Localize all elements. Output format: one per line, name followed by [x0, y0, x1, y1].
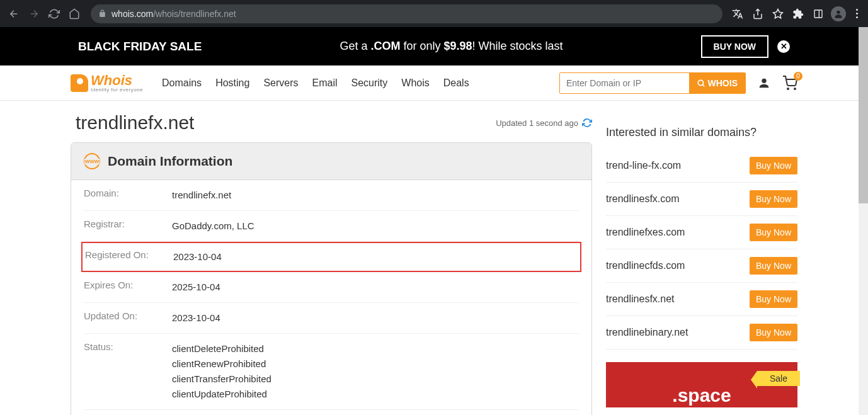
svg-point-4 — [762, 78, 766, 82]
info-label: Updated On: — [84, 310, 172, 326]
similar-item: trendlinebinary.netBuy Now — [606, 316, 797, 350]
svg-point-2 — [837, 10, 840, 13]
info-value: clientDeleteProhibitedclientRenewProhibi… — [172, 341, 271, 402]
reload-button[interactable] — [45, 5, 63, 23]
similar-domain: trendlinebinary.net — [606, 327, 688, 338]
banner-close-icon[interactable]: ✕ — [777, 40, 790, 53]
nav-menu: DomainsHostingServersEmailSecurityWhoisD… — [162, 77, 469, 89]
promo-banner: BLACK FRIDAY SALE Get a .COM for only $9… — [0, 27, 868, 65]
account-icon[interactable] — [757, 76, 771, 90]
cart-button[interactable]: 0 — [782, 76, 797, 91]
svg-point-6 — [794, 88, 796, 89]
logo-text: Whois — [91, 74, 143, 88]
similar-item: trendlinesfx.comBuy Now — [606, 183, 797, 216]
similar-item: trend-line-fx.comBuy Now — [606, 149, 797, 183]
share-icon[interactable] — [750, 6, 765, 21]
url-text: whois.com/whois/trendlinefx.net — [111, 9, 236, 19]
banner-buy-button[interactable]: BUY NOW — [701, 35, 768, 58]
info-row: Status:clientDeleteProhibitedclientRenew… — [84, 334, 579, 410]
lock-icon — [98, 9, 106, 18]
nav-item-servers[interactable]: Servers — [263, 77, 298, 89]
forward-button[interactable] — [25, 5, 43, 23]
info-row: Registrar:GoDaddy.com, LLC — [84, 211, 579, 242]
similar-item: trendlinecfds.comBuy Now — [606, 249, 797, 283]
logo-icon — [71, 74, 88, 92]
similar-item: trendlinefxes.comBuy Now — [606, 216, 797, 249]
info-label: Registrar: — [84, 219, 172, 234]
address-bar[interactable]: whois.com/whois/trendlinefx.net — [91, 4, 722, 23]
info-value: trendlinefx.net — [172, 188, 231, 203]
promo-ad[interactable]: Sale .space — [606, 362, 797, 407]
svg-point-3 — [698, 80, 703, 85]
similar-buy-button[interactable]: Buy Now — [750, 190, 797, 208]
similar-buy-button[interactable]: Buy Now — [750, 324, 797, 341]
home-button[interactable] — [66, 5, 83, 23]
svg-point-5 — [787, 88, 789, 89]
similar-domain: trendlinesfx.net — [606, 293, 675, 305]
card-title: Domain Information — [108, 154, 232, 169]
www-icon: WWW — [84, 153, 100, 169]
info-value: GoDaddy.com, LLC — [172, 219, 254, 234]
banner-title: BLACK FRIDAY SALE — [78, 40, 202, 54]
promo-text: .space — [672, 385, 731, 407]
similar-domain: trendlinesfx.com — [606, 193, 680, 205]
refresh-icon[interactable] — [582, 118, 592, 128]
similar-buy-button[interactable]: Buy Now — [750, 224, 797, 241]
nav-item-hosting[interactable]: Hosting — [215, 77, 249, 89]
domain-info-card: WWW Domain Information Domain:trendlinef… — [71, 142, 592, 415]
site-header: Whois Identity for everyone DomainsHosti… — [0, 65, 868, 101]
info-label: Expires On: — [84, 280, 172, 295]
search-input[interactable] — [560, 73, 689, 93]
info-value: 2023-10-04 — [173, 249, 222, 264]
browser-toolbar: whois.com/whois/trendlinefx.net — [0, 0, 868, 27]
similar-buy-button[interactable]: Buy Now — [750, 290, 797, 308]
info-row: Domain:trendlinefx.net — [84, 180, 579, 211]
nav-item-domains[interactable]: Domains — [162, 77, 202, 89]
banner-text: Get a .COM for only $9.98! While stocks … — [340, 40, 562, 53]
updated-text: Updated 1 second ago — [496, 118, 592, 128]
info-value: 2023-10-04 — [172, 310, 220, 326]
similar-item: trendlinesfx.netBuy Now — [606, 283, 797, 316]
logo-subtext: Identity for everyone — [91, 88, 143, 93]
info-row: Expires On:2025-10-04 — [84, 272, 579, 303]
back-button[interactable] — [5, 5, 23, 23]
menu-button[interactable] — [851, 9, 863, 18]
similar-buy-button[interactable]: Buy Now — [750, 157, 797, 174]
page-title: trendlinefx.net — [76, 112, 194, 134]
sale-tag: Sale — [757, 371, 800, 386]
window-icon[interactable] — [811, 6, 826, 21]
svg-rect-0 — [814, 10, 822, 18]
search-button[interactable]: WHOIS — [689, 73, 745, 93]
info-row: Registered On:2023-10-04 — [81, 242, 581, 272]
similar-domain: trendlinecfds.com — [606, 260, 685, 271]
info-row: Updated On:2023-10-04 — [84, 303, 579, 334]
extensions-icon[interactable] — [791, 6, 806, 21]
search-form: WHOIS — [559, 72, 746, 94]
scrollbar[interactable] — [859, 27, 868, 415]
similar-buy-button[interactable]: Buy Now — [750, 257, 797, 275]
profile-button[interactable] — [831, 6, 846, 21]
nav-item-email[interactable]: Email — [312, 77, 338, 89]
nav-item-deals[interactable]: Deals — [443, 77, 469, 89]
similar-domain: trendlinefxes.com — [606, 227, 685, 238]
similar-domain: trend-line-fx.com — [606, 160, 681, 171]
cart-badge: 0 — [794, 72, 802, 81]
similar-title: Interested in similar domains? — [606, 126, 797, 139]
nav-item-whois[interactable]: Whois — [401, 77, 429, 89]
info-value: 2025-10-04 — [172, 280, 220, 295]
info-label: Domain: — [84, 188, 172, 203]
info-label: Registered On: — [85, 249, 173, 264]
info-row: Name Servers:ns57.domaincontrol.comns58.… — [84, 410, 579, 415]
info-label: Status: — [84, 341, 172, 402]
bookmark-icon[interactable] — [770, 6, 785, 21]
nav-item-security[interactable]: Security — [351, 77, 388, 89]
translate-icon[interactable] — [730, 6, 745, 21]
site-logo[interactable]: Whois Identity for everyone — [71, 74, 143, 93]
